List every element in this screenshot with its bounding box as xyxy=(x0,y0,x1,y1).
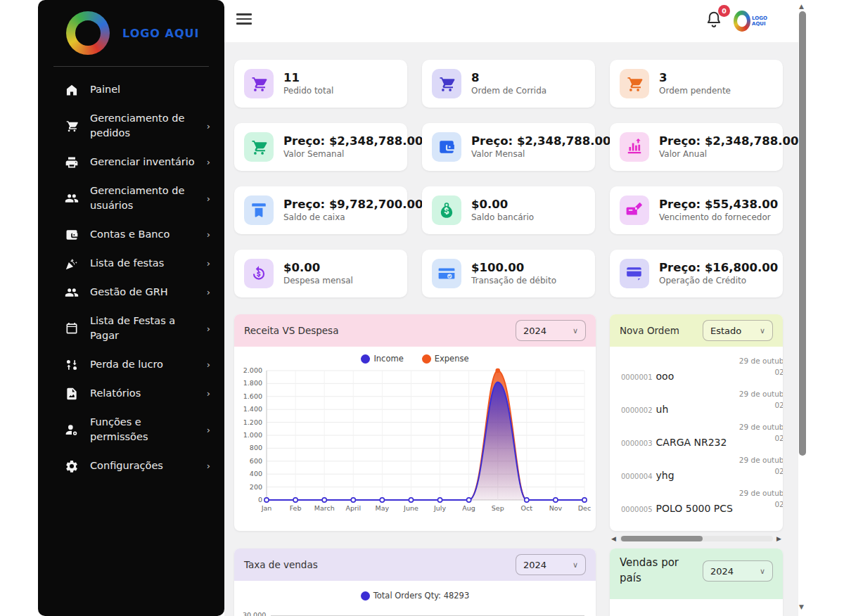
stat-card-valor-mensal: Preço: $2,348,788.00Valor Mensal xyxy=(422,123,595,171)
svg-text:1.600: 1.600 xyxy=(243,392,262,400)
sidebar-divider xyxy=(53,66,209,67)
cart-icon xyxy=(250,138,268,156)
revenue-year-dropdown[interactable]: 2024 ∨ xyxy=(516,320,586,341)
new-orders-card: Nova Ordem Estado ∨ 0000001ooo29 de outu… xyxy=(610,314,783,531)
page-scroll-up-icon[interactable]: ▲ xyxy=(799,3,804,10)
svg-text:2.000: 2.000 xyxy=(243,366,262,374)
svg-text:July: July xyxy=(433,504,446,512)
legend-item-income[interactable]: Income xyxy=(361,354,403,364)
order-time: 02:0 xyxy=(727,433,783,444)
stat-label: Valor Mensal xyxy=(471,149,611,160)
stat-card-valor-anual: Preço: $2,348,788.00Valor Anual xyxy=(610,123,783,171)
stat-label: Despesa mensal xyxy=(283,276,353,287)
sales-by-country-card: Vendas por país 2024 ∨ xyxy=(610,548,783,616)
orders-card-header: Nova Ordem Estado ∨ xyxy=(610,314,783,347)
order-list-item[interactable]: 0000003CARGA NR23229 de outubro02:0 xyxy=(610,420,783,453)
sidebar-item-festas-pagar[interactable]: Lista de Festas a Pagar› xyxy=(38,307,224,350)
order-name: CARGA NR232 xyxy=(656,437,727,448)
cart-icon xyxy=(250,75,268,93)
stat-label: Operação de Crédito xyxy=(659,276,778,287)
stat-card-ordem-pendente: 3Ordem pendente xyxy=(610,60,783,108)
sidebar-item-configuracoes[interactable]: Configurações› xyxy=(38,451,224,480)
refresh-coin-icon xyxy=(250,264,268,283)
sidebar-item-pedidos[interactable]: Gerenciamento de pedidos› xyxy=(38,104,224,148)
order-list-item[interactable]: 0000002uh29 de outubro02:0 xyxy=(610,387,783,420)
orders-card-title: Nova Ordem xyxy=(620,325,679,336)
order-time: 02:0 xyxy=(727,367,783,378)
calendar-icon xyxy=(65,321,79,335)
wallet-icon xyxy=(437,138,456,156)
page-vscroll-thumb[interactable] xyxy=(799,11,806,456)
sidebar-item-perda-lucro[interactable]: Perda de lucro› xyxy=(38,350,224,379)
cart-icon xyxy=(625,75,644,93)
sidebar-item-inventario[interactable]: Gerenciar inventário› xyxy=(38,148,224,177)
chevron-right-icon: › xyxy=(207,388,210,399)
country-card-header: Vendas por país 2024 ∨ xyxy=(610,548,783,599)
order-list-item[interactable]: 0000005POLO 5000 PCS29 de outubro02:0 xyxy=(610,486,783,519)
cart-icon xyxy=(65,119,79,133)
legend-item-expense[interactable]: Expense xyxy=(422,354,469,364)
chevron-down-icon: ∨ xyxy=(760,567,765,576)
stat-value: $100.00 xyxy=(471,260,556,275)
sidebar-item-label: Gerenciamento de pedidos xyxy=(90,111,196,141)
chevron-down-icon: ∨ xyxy=(573,326,578,335)
chevron-right-icon: › xyxy=(207,323,210,334)
sidebar-item-contas-banco[interactable]: Contas e Banco› xyxy=(38,220,224,249)
sidebar-item-usuarios[interactable]: Gerenciamento de usuários› xyxy=(38,177,224,220)
sales-legend-label: Total Orders Qty: 48293 xyxy=(373,591,469,601)
order-date: 29 de outubro xyxy=(727,356,783,367)
country-card-title: Vendas por país xyxy=(620,556,683,586)
stat-value: $0.00 xyxy=(283,260,353,275)
atm-icon xyxy=(250,201,268,219)
svg-text:March: March xyxy=(314,504,335,512)
scroll-left-arrow-icon[interactable]: ◀ xyxy=(611,535,616,542)
svg-text:800: 800 xyxy=(250,444,262,451)
svg-text:Feb: Feb xyxy=(290,504,302,512)
order-id: 0000001 xyxy=(621,373,653,381)
svg-text:400: 400 xyxy=(250,470,262,477)
stat-card-pedido-total: 11Pedido total xyxy=(234,60,407,108)
stat-value: Preço: $2,348,788.00 xyxy=(283,134,423,148)
chevron-right-icon: › xyxy=(207,258,210,269)
svg-text:May: May xyxy=(376,504,390,512)
cart-icon xyxy=(620,69,649,98)
order-name: yhg xyxy=(656,470,674,481)
sidebar-item-funcoes[interactable]: Funções e permissões› xyxy=(38,408,224,451)
orders-hscrollbar[interactable]: ◀ ▶ xyxy=(610,534,783,543)
hscroll-thumb[interactable] xyxy=(621,536,703,541)
sidebar-logo: LOGO AQUI xyxy=(38,0,224,65)
order-id: 0000002 xyxy=(621,406,653,414)
sales-year-dropdown[interactable]: 2024 ∨ xyxy=(516,554,586,575)
chevron-down-icon: ∨ xyxy=(573,560,578,570)
order-list-item[interactable]: 0000004yhg29 de outubro02:0 xyxy=(610,453,783,486)
scroll-right-arrow-icon[interactable]: ▶ xyxy=(776,535,781,542)
svg-text:1.200: 1.200 xyxy=(243,418,262,426)
sales-legend-item[interactable]: Total Orders Qty: 48293 xyxy=(361,591,469,601)
stat-value: Preço: $2,348,788.00 xyxy=(659,134,799,148)
country-year-dropdown[interactable]: 2024 ∨ xyxy=(703,560,773,582)
stat-value: 11 xyxy=(283,70,333,85)
stat-value: 3 xyxy=(659,70,731,85)
report-icon xyxy=(65,387,79,401)
svg-text:1.800: 1.800 xyxy=(243,379,262,387)
menu-toggle-button[interactable] xyxy=(236,13,252,27)
orders-status-dropdown[interactable]: Estado ∨ xyxy=(703,320,773,341)
sidebar-item-label: Configurações xyxy=(90,458,196,473)
cart-icon xyxy=(244,132,274,162)
notifications-button[interactable]: 0 xyxy=(704,9,727,33)
party-icon xyxy=(65,257,79,271)
money-bag-icon xyxy=(437,201,456,219)
sidebar-item-painel[interactable]: Painel xyxy=(38,75,224,104)
order-time: 02:0 xyxy=(727,466,783,477)
sidebar-item-relatorios[interactable]: Relatórios› xyxy=(38,379,224,408)
order-date: 29 de outubro xyxy=(727,488,783,499)
page-scroll-down-icon[interactable]: ▼ xyxy=(799,603,804,610)
orders-list: 0000001ooo29 de outubro02:00000002uh29 d… xyxy=(610,347,783,519)
sidebar-item-lista-festas[interactable]: Lista de festas› xyxy=(38,249,224,278)
header-logo: LOGO AQUI xyxy=(734,11,779,32)
order-time: 02:0 xyxy=(727,499,783,511)
order-list-item[interactable]: 0000001ooo29 de outubro02:0 xyxy=(610,354,783,387)
sidebar-item-gestao-grh[interactable]: Gestão de GRH› xyxy=(38,278,224,307)
sidebar-item-label: Lista de festas xyxy=(90,256,196,271)
order-time: 02:0 xyxy=(727,400,783,411)
